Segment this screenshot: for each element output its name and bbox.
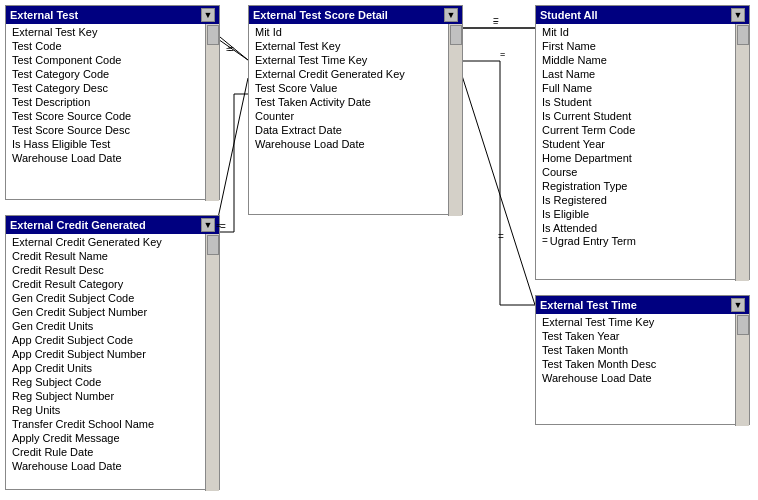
table-row[interactable]: External Test Time Key: [536, 314, 735, 328]
external-test-score-detail-table: External Test Score Detail ▼ Mit Id Exte…: [248, 5, 463, 215]
svg-text:=: =: [493, 17, 498, 27]
table-row[interactable]: Test Score Value: [249, 80, 448, 94]
external-test-scrollbar[interactable]: [205, 24, 219, 201]
table-row[interactable]: Warehouse Load Date: [6, 458, 205, 472]
table-row[interactable]: Test Category Desc: [6, 80, 205, 94]
table-row[interactable]: Data Extract Date: [249, 122, 448, 136]
table-row[interactable]: Credit Rule Date: [6, 444, 205, 458]
student-all-scrollbar[interactable]: [735, 24, 749, 281]
table-row[interactable]: Course: [536, 164, 735, 178]
table-row[interactable]: External Test Key: [6, 24, 205, 38]
table-row[interactable]: Mit Id: [536, 24, 735, 38]
table-row[interactable]: App Credit Subject Number: [6, 346, 205, 360]
external-test-title: External Test: [10, 9, 78, 21]
external-credit-generated-table: External Credit Generated ▼ External Cre…: [5, 215, 220, 490]
external-credit-rows: External Credit Generated Key Credit Res…: [6, 234, 205, 491]
table-row[interactable]: = Ugrad Entry Term: [536, 234, 735, 248]
external-credit-scrollbar[interactable]: [205, 234, 219, 491]
table-row[interactable]: Counter: [249, 108, 448, 122]
table-row[interactable]: Current Term Code: [536, 122, 735, 136]
external-credit-generated-title: External Credit Generated: [10, 219, 146, 231]
table-row[interactable]: Test Code: [6, 38, 205, 52]
external-test-dropdown[interactable]: ▼: [201, 8, 215, 22]
table-row[interactable]: Last Name: [536, 66, 735, 80]
external-credit-generated-header: External Credit Generated ▼: [6, 216, 219, 234]
score-detail-scrollbar[interactable]: [448, 24, 462, 216]
table-row[interactable]: Reg Subject Code: [6, 374, 205, 388]
table-row[interactable]: External Credit Generated Key: [6, 234, 205, 248]
table-row[interactable]: Gen Credit Units: [6, 318, 205, 332]
table-row[interactable]: Transfer Credit School Name: [6, 416, 205, 430]
table-row[interactable]: Credit Result Desc: [6, 262, 205, 276]
test-time-rows: External Test Time Key Test Taken Year T…: [536, 314, 735, 426]
table-row[interactable]: Test Taken Month Desc: [536, 356, 735, 370]
external-test-score-detail-header: External Test Score Detail ▼: [249, 6, 462, 24]
external-test-score-detail-dropdown[interactable]: ▼: [444, 8, 458, 22]
score-detail-rows: Mit Id External Test Key External Test T…: [249, 24, 448, 216]
table-row[interactable]: Student Year: [536, 136, 735, 150]
table-row[interactable]: App Credit Units: [6, 360, 205, 374]
table-row[interactable]: Is Registered: [536, 192, 735, 206]
scrollbar-thumb: [737, 25, 749, 45]
student-all-title: Student All: [540, 9, 598, 21]
table-row[interactable]: Test Score Source Desc: [6, 122, 205, 136]
table-row[interactable]: Warehouse Load Date: [536, 370, 735, 384]
table-row[interactable]: Gen Credit Subject Code: [6, 290, 205, 304]
table-row[interactable]: Test Taken Activity Date: [249, 94, 448, 108]
table-row[interactable]: Is Student: [536, 94, 735, 108]
table-row[interactable]: Credit Result Name: [6, 248, 205, 262]
table-row[interactable]: Test Taken Year: [536, 328, 735, 342]
table-row[interactable]: External Credit Generated Key: [249, 66, 448, 80]
external-test-score-detail-title: External Test Score Detail: [253, 9, 388, 21]
table-row[interactable]: Middle Name: [536, 52, 735, 66]
canvas: = = = = External Test ▼ External Test Ke…: [0, 0, 758, 500]
external-credit-generated-dropdown[interactable]: ▼: [201, 218, 215, 232]
scrollbar-thumb: [737, 315, 749, 335]
svg-line-8: [220, 37, 248, 60]
table-row[interactable]: Gen Credit Subject Number: [6, 304, 205, 318]
external-test-time-header: External Test Time ▼: [536, 296, 749, 314]
svg-text:=: =: [498, 231, 504, 242]
external-test-time-table: External Test Time ▼ External Test Time …: [535, 295, 750, 425]
table-row[interactable]: Test Description: [6, 94, 205, 108]
student-all-rows: Mit Id First Name Middle Name Last Name …: [536, 24, 735, 281]
table-row[interactable]: Home Department: [536, 150, 735, 164]
external-test-header: External Test ▼: [6, 6, 219, 24]
table-row[interactable]: Apply Credit Message: [6, 430, 205, 444]
table-row[interactable]: Is Attended: [536, 220, 735, 234]
table-row[interactable]: Is Eligible: [536, 206, 735, 220]
external-test-time-dropdown[interactable]: ▼: [731, 298, 745, 312]
table-row[interactable]: App Credit Subject Code: [6, 332, 205, 346]
svg-text:=: =: [493, 15, 499, 26]
table-row[interactable]: Reg Units: [6, 402, 205, 416]
table-row[interactable]: First Name: [536, 38, 735, 52]
table-row[interactable]: External Test Time Key: [249, 52, 448, 66]
table-row[interactable]: Warehouse Load Date: [249, 136, 448, 150]
table-row[interactable]: Is Hass Eligible Test: [6, 136, 205, 150]
table-row[interactable]: Reg Subject Number: [6, 388, 205, 402]
scrollbar-thumb: [207, 235, 219, 255]
scrollbar-thumb: [450, 25, 462, 45]
svg-text:=: =: [226, 44, 231, 54]
svg-line-6: [458, 63, 535, 305]
table-row[interactable]: Mit Id: [249, 24, 448, 38]
svg-text:=: =: [500, 49, 505, 59]
table-row[interactable]: Is Current Student: [536, 108, 735, 122]
student-all-dropdown[interactable]: ▼: [731, 8, 745, 22]
table-row[interactable]: Test Score Source Code: [6, 108, 205, 122]
table-row[interactable]: Test Category Code: [6, 66, 205, 80]
table-row[interactable]: Warehouse Load Date: [6, 150, 205, 164]
table-row[interactable]: Test Taken Month: [536, 342, 735, 356]
table-row[interactable]: External Test Key: [249, 38, 448, 52]
svg-text:=: =: [228, 44, 234, 55]
external-test-rows: External Test Key Test Code Test Compone…: [6, 24, 205, 201]
student-all-table: Student All ▼ Mit Id First Name Middle N…: [535, 5, 750, 280]
svg-text:=: =: [220, 221, 226, 232]
scrollbar-thumb: [207, 25, 219, 45]
external-test-table: External Test ▼ External Test Key Test C…: [5, 5, 220, 200]
table-row[interactable]: Credit Result Category: [6, 276, 205, 290]
table-row[interactable]: Full Name: [536, 80, 735, 94]
test-time-scrollbar[interactable]: [735, 314, 749, 426]
table-row[interactable]: Test Component Code: [6, 52, 205, 66]
table-row[interactable]: Registration Type: [536, 178, 735, 192]
